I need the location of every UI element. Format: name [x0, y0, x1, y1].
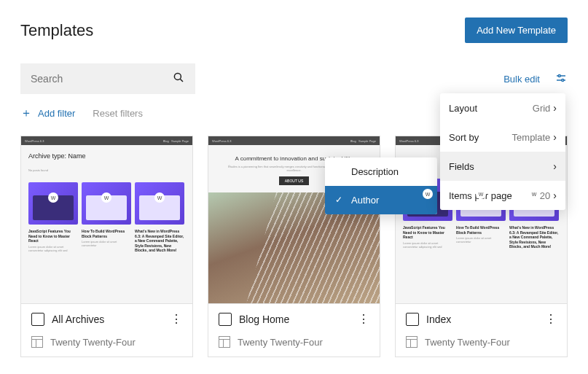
- header: Templates Add New Template: [20, 17, 568, 43]
- add-new-template-button[interactable]: Add New Template: [465, 17, 568, 43]
- view-fields-row[interactable]: Fields ›: [440, 152, 565, 181]
- template-checkbox[interactable]: [219, 313, 232, 326]
- more-actions-icon[interactable]: ⋮: [170, 313, 182, 325]
- chevron-right-icon: ›: [553, 190, 557, 201]
- preview-heading: Archive type: Name: [28, 152, 185, 160]
- template-name: Index: [426, 313, 451, 325]
- add-filter-button[interactable]: ＋ Add filter: [20, 106, 75, 121]
- chevron-right-icon: ›: [553, 160, 557, 172]
- plus-icon: ＋: [20, 106, 32, 121]
- theme-icon: [219, 336, 230, 348]
- template-theme: Twenty Twenty-Four: [50, 337, 136, 348]
- template-checkbox[interactable]: [406, 313, 419, 326]
- fields-option-description[interactable]: Description: [325, 157, 437, 186]
- template-theme: Twenty Twenty-Four: [238, 337, 323, 348]
- svg-point-5: [562, 79, 564, 81]
- view-settings-icon[interactable]: [554, 71, 568, 87]
- reset-filters-button[interactable]: Reset filters: [93, 108, 143, 119]
- toolbar: Bulk edit: [20, 63, 568, 94]
- view-sort-row[interactable]: Sort by Template›: [440, 122, 565, 152]
- fields-option-author[interactable]: Author: [325, 186, 437, 214]
- theme-icon: [406, 336, 418, 348]
- template-name: Blog Home: [239, 313, 289, 325]
- svg-point-4: [558, 74, 560, 77]
- template-card[interactable]: WordPress 6.3Blog Sample Page Archive ty…: [20, 136, 193, 357]
- template-theme: Twenty Twenty-Four: [425, 337, 510, 348]
- more-actions-icon[interactable]: ⋮: [358, 313, 369, 325]
- template-checkbox[interactable]: [31, 313, 44, 326]
- bulk-edit-button[interactable]: Bulk edit: [503, 74, 540, 85]
- svg-point-0: [174, 73, 181, 79]
- add-filter-label: Add filter: [38, 108, 75, 119]
- fields-popover: Description Author: [325, 157, 437, 214]
- view-options-popover: Layout Grid› Sort by Template› Fields › …: [440, 93, 565, 210]
- search-icon: [172, 71, 185, 87]
- template-preview: WordPress 6.3Blog Sample Page Archive ty…: [21, 136, 192, 304]
- view-layout-row[interactable]: Layout Grid›: [440, 93, 565, 122]
- more-actions-icon[interactable]: ⋮: [545, 313, 557, 325]
- chevron-right-icon: ›: [553, 131, 557, 143]
- chevron-right-icon: ›: [553, 102, 557, 114]
- template-name: All Archives: [52, 313, 104, 325]
- page-title: Templates: [20, 21, 93, 40]
- search-input[interactable]: [31, 73, 172, 85]
- view-perpage-row[interactable]: Items per page 20›: [440, 181, 565, 210]
- search-field[interactable]: [20, 63, 195, 94]
- svg-line-1: [180, 79, 183, 82]
- theme-icon: [31, 336, 43, 348]
